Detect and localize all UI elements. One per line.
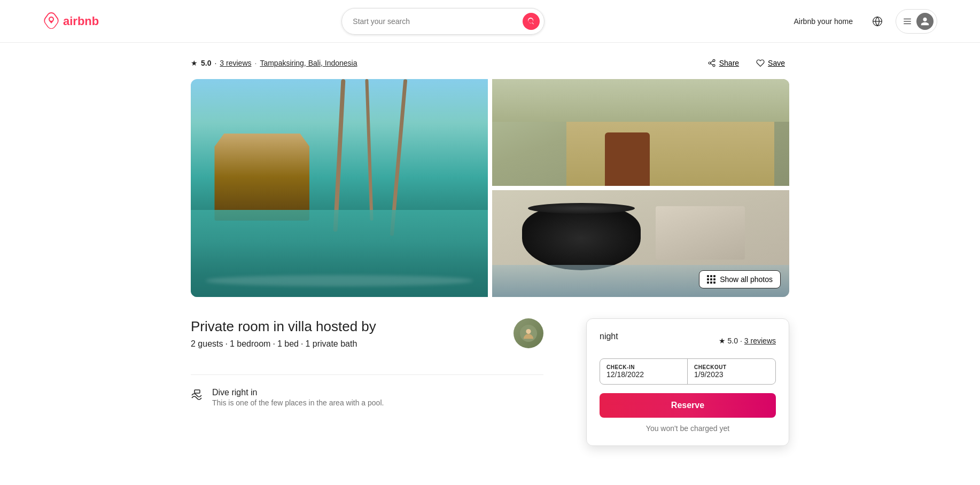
svg-rect-12 xyxy=(195,390,200,393)
booking-card: night ★ 5.0 · 3 reviews CHECK-IN 12/18/2… xyxy=(586,318,789,446)
globe-icon xyxy=(872,16,883,27)
booking-reviews-link[interactable]: 3 reviews xyxy=(744,337,776,345)
date-row: CHECK-IN 12/18/2022 CHECKOUT 1/9/2023 xyxy=(600,359,775,384)
bedrooms: 1 bedroom xyxy=(230,339,271,349)
dot: · xyxy=(255,59,257,67)
save-label: Save xyxy=(768,59,785,67)
booking-rating-dot: · xyxy=(740,337,742,345)
feature-pool: Dive right in This is one of the few pla… xyxy=(191,388,543,407)
pool-icon xyxy=(191,389,204,405)
airbnb-your-home-link[interactable]: Airbnb your home xyxy=(787,13,859,30)
reserve-label: Reserve xyxy=(671,401,704,410)
location-link[interactable]: Tampaksiring, Bali, Indonesia xyxy=(260,59,357,67)
checkout-date: 1/9/2023 xyxy=(694,370,769,379)
heart-icon xyxy=(756,59,765,67)
show-all-photos-button[interactable]: Show all photos xyxy=(699,270,781,288)
photo-grid-wrapper: Show all photos xyxy=(191,79,789,297)
listing-details: 2 guests · 1 bedroom · 1 bed · 1 private… xyxy=(191,339,376,349)
checkin-label: CHECK-IN xyxy=(606,364,681,370)
feature-pool-desc: This is one of the few places in the are… xyxy=(212,398,384,407)
svg-point-11 xyxy=(526,329,531,334)
checkin-cell[interactable]: CHECK-IN 12/18/2022 xyxy=(600,359,688,384)
language-button[interactable] xyxy=(868,12,887,31)
save-button[interactable]: Save xyxy=(752,56,789,71)
baths: 1 private bath xyxy=(305,339,357,349)
grid-icon xyxy=(707,275,715,284)
search-button[interactable] xyxy=(523,13,540,30)
avatar xyxy=(916,13,934,30)
logo[interactable]: airbnb xyxy=(43,12,99,31)
listing-meta-left: ★ 5.0 · 3 reviews · Tampaksiring, Bali, … xyxy=(191,59,357,67)
host-avatar[interactable] xyxy=(514,318,543,348)
svg-point-5 xyxy=(713,59,715,61)
separator-dot: · xyxy=(214,59,216,67)
search-input[interactable] xyxy=(353,17,517,26)
rating: 5.0 xyxy=(201,59,211,67)
svg-line-8 xyxy=(710,64,713,65)
guests: 2 guests xyxy=(191,339,223,349)
price-night-label: night xyxy=(600,332,618,341)
booking-top: night ★ 5.0 · 3 reviews xyxy=(600,332,776,350)
reserve-button[interactable]: Reserve xyxy=(600,393,776,418)
host-photo xyxy=(520,325,537,342)
logo-text: airbnb xyxy=(63,14,99,28)
header: airbnb Airbnb your home xyxy=(0,0,980,43)
svg-point-6 xyxy=(709,62,711,64)
beds: 1 bed xyxy=(277,339,299,349)
checkin-date: 12/18/2022 xyxy=(606,370,681,379)
listing-content: Private room in villa hosted by 2 guests… xyxy=(191,297,789,467)
share-button[interactable]: Share xyxy=(703,56,743,71)
reviews-link[interactable]: 3 reviews xyxy=(220,59,251,67)
main-content: ★ 5.0 · 3 reviews · Tampaksiring, Bali, … xyxy=(148,43,832,467)
show-all-photos-label: Show all photos xyxy=(720,275,773,284)
listing-title: Private room in villa hosted by xyxy=(191,318,376,335)
search-bar[interactable] xyxy=(341,8,545,35)
photo-main[interactable] xyxy=(191,79,488,297)
share-icon xyxy=(707,59,716,67)
host-avatar-image xyxy=(514,318,543,348)
booking-price: night xyxy=(600,332,618,341)
feature-pool-text: Dive right in This is one of the few pla… xyxy=(212,388,384,407)
svg-point-7 xyxy=(713,65,715,67)
listing-meta: ★ 5.0 · 3 reviews · Tampaksiring, Bali, … xyxy=(191,43,789,79)
avatar-icon xyxy=(920,17,930,26)
svg-line-9 xyxy=(710,61,713,62)
booking-rating-value: 5.0 xyxy=(728,337,738,345)
listing-info: Private room in villa hosted by 2 guests… xyxy=(191,318,376,362)
booking-note: You won't be charged yet xyxy=(600,424,776,433)
user-menu[interactable] xyxy=(896,9,937,34)
share-label: Share xyxy=(719,59,739,67)
photo-grid xyxy=(191,79,789,297)
header-right: Airbnb your home xyxy=(787,9,937,34)
checkout-label: CHECKOUT xyxy=(694,364,769,370)
listing-meta-right: Share Save xyxy=(703,56,789,71)
star-icon: ★ xyxy=(191,59,198,67)
date-grid: CHECK-IN 12/18/2022 CHECKOUT 1/9/2023 xyxy=(600,358,776,385)
photo-entrance[interactable] xyxy=(492,79,789,186)
star-icon-booking: ★ xyxy=(719,337,726,345)
feature-pool-title: Dive right in xyxy=(212,388,384,397)
checkout-cell[interactable]: CHECKOUT 1/9/2023 xyxy=(688,359,775,384)
listing-title-row: Private room in villa hosted by 2 guests… xyxy=(191,318,543,362)
search-icon xyxy=(527,18,535,25)
waves-icon xyxy=(191,389,204,402)
listing-left: Private room in villa hosted by 2 guests… xyxy=(191,318,543,446)
hamburger-icon xyxy=(903,17,912,26)
booking-rating: ★ 5.0 · 3 reviews xyxy=(719,337,776,345)
divider-1 xyxy=(191,374,543,375)
airbnb-logo-icon xyxy=(43,12,60,31)
